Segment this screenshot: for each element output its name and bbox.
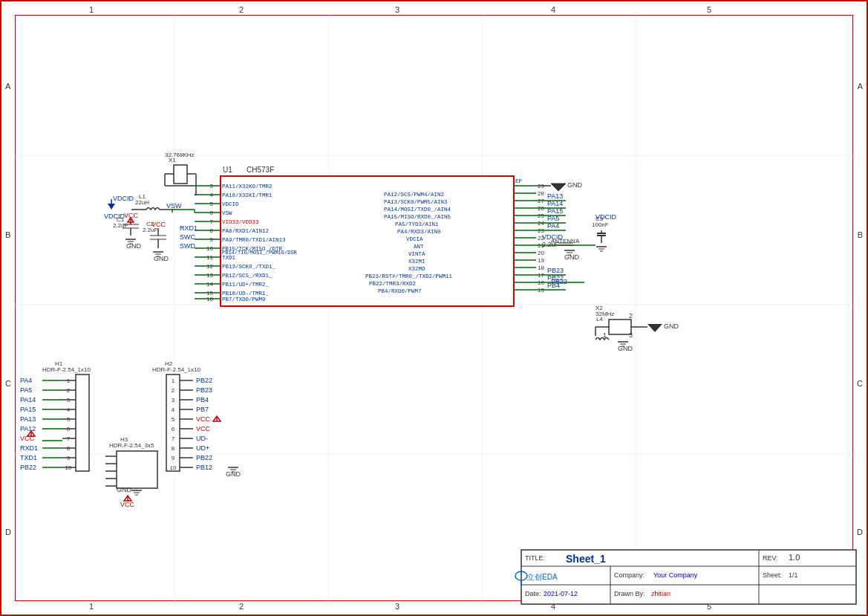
svg-text:1.0: 1.0 bbox=[789, 553, 800, 562]
svg-text:15: 15 bbox=[538, 287, 544, 294]
svg-text:PB10/UD-/TMR1_: PB10/UD-/TMR1_ bbox=[222, 291, 270, 296]
col-label-1b: 1 bbox=[89, 602, 94, 611]
svg-text:VDCID: VDCID bbox=[595, 213, 617, 221]
svg-text:3: 3 bbox=[629, 331, 633, 339]
svg-text:PB22: PB22 bbox=[551, 278, 567, 285]
svg-text:REV:: REV: bbox=[763, 554, 778, 562]
svg-text:C2: C2 bbox=[146, 221, 154, 227]
svg-text:5: 5 bbox=[67, 416, 71, 423]
svg-text:23: 23 bbox=[538, 227, 544, 234]
svg-text:24: 24 bbox=[538, 220, 544, 227]
svg-rect-119 bbox=[174, 165, 187, 184]
svg-text:26: 26 bbox=[538, 205, 544, 212]
svg-marker-305 bbox=[124, 496, 131, 501]
svg-text:PB13/SCK0_/TXD1_: PB13/SCK0_/TXD1_ bbox=[222, 264, 276, 270]
svg-text:X32MO: X32MO bbox=[408, 266, 425, 272]
row-label-dr: D bbox=[857, 528, 863, 536]
col-label-3b: 3 bbox=[395, 602, 399, 611]
svg-text:VDCID: VDCID bbox=[222, 201, 239, 207]
svg-text:L1: L1 bbox=[139, 193, 146, 200]
svg-text:PA4/RXD3/AIN0: PA4/RXD3/AIN0 bbox=[397, 229, 441, 235]
svg-text:11: 11 bbox=[206, 254, 213, 261]
svg-text:2: 2 bbox=[172, 387, 175, 394]
svg-text:22uH: 22uH bbox=[135, 199, 149, 206]
svg-text:Company:: Company: bbox=[614, 571, 645, 579]
svg-text:8: 8 bbox=[67, 445, 71, 452]
svg-text:PA9/TMR0/TXD1/AIN13: PA9/TMR0/TXD1/AIN13 bbox=[222, 237, 286, 243]
svg-text:GND: GND bbox=[154, 255, 169, 262]
svg-text:PB4: PB4 bbox=[547, 282, 560, 289]
svg-text:VCC: VCC bbox=[196, 415, 211, 423]
svg-text:7: 7 bbox=[67, 435, 71, 442]
row-label-br: B bbox=[858, 230, 863, 239]
svg-text:UD+: UD+ bbox=[196, 444, 209, 452]
svg-text:21: 21 bbox=[538, 242, 544, 249]
svg-text:PA13: PA13 bbox=[547, 192, 563, 200]
svg-text:PA4: PA4 bbox=[547, 222, 559, 230]
svg-text:GND: GND bbox=[126, 242, 142, 250]
svg-text:12: 12 bbox=[206, 263, 213, 270]
svg-text:5: 5 bbox=[210, 201, 214, 207]
svg-text:100nF: 100nF bbox=[592, 221, 609, 228]
svg-text:PA14: PA14 bbox=[20, 396, 36, 403]
svg-text:VSW: VSW bbox=[166, 202, 182, 210]
svg-text:GND: GND bbox=[664, 322, 679, 330]
svg-text:TITLE:: TITLE: bbox=[525, 554, 545, 562]
svg-text:X1: X1 bbox=[169, 157, 176, 163]
col-label-2b: 2 bbox=[239, 602, 244, 611]
svg-text:VSW: VSW bbox=[222, 210, 232, 216]
svg-text:Date:: Date: bbox=[525, 590, 541, 597]
svg-text:19: 19 bbox=[538, 257, 544, 264]
border-right bbox=[852, 15, 853, 601]
svg-text:3: 3 bbox=[210, 183, 214, 189]
svg-text:7: 7 bbox=[210, 218, 214, 225]
svg-marker-58 bbox=[551, 184, 566, 191]
svg-marker-251 bbox=[27, 431, 35, 436]
svg-text:27: 27 bbox=[538, 198, 544, 204]
col-label-5: 5 bbox=[707, 5, 711, 14]
svg-text:1: 1 bbox=[67, 377, 71, 384]
svg-text:32.768KHz: 32.768KHz bbox=[165, 152, 195, 158]
svg-text:PA10/X32KI/TMR1: PA10/X32KI/TMR1 bbox=[222, 192, 273, 198]
svg-text:Sheet:: Sheet: bbox=[763, 571, 782, 579]
svg-text:GND: GND bbox=[567, 181, 583, 189]
svg-text:PB12: PB12 bbox=[196, 464, 212, 471]
svg-text:18: 18 bbox=[538, 265, 544, 271]
svg-text:C1: C1 bbox=[117, 216, 125, 223]
svg-text:1/1: 1/1 bbox=[789, 571, 798, 579]
svg-marker-286 bbox=[213, 416, 221, 421]
svg-text:PA13: PA13 bbox=[20, 415, 36, 423]
svg-marker-132 bbox=[108, 204, 115, 210]
svg-text:6: 6 bbox=[210, 210, 214, 216]
svg-text:10: 10 bbox=[65, 464, 72, 471]
svg-text:H3: H3 bbox=[120, 436, 128, 443]
svg-text:2: 2 bbox=[67, 387, 71, 394]
svg-text:9: 9 bbox=[210, 236, 214, 243]
svg-text:PA8/RXD1/AIN12: PA8/RXD1/AIN12 bbox=[222, 228, 269, 234]
svg-text:PB12/SCS_/RXD1_: PB12/SCS_/RXD1_ bbox=[222, 273, 273, 279]
svg-text:PB7: PB7 bbox=[196, 406, 209, 413]
svg-text:PB22: PB22 bbox=[196, 377, 212, 384]
svg-text:9: 9 bbox=[172, 455, 175, 461]
svg-text:SWD: SWD bbox=[180, 242, 195, 250]
schematic-svg: U1 CH573F PA11/X32KO/TMR2 3 PA10/X32KI/T… bbox=[1, 1, 868, 616]
svg-text:PA4: PA4 bbox=[20, 377, 32, 384]
svg-text:EP: EP bbox=[515, 178, 523, 184]
svg-text:1: 1 bbox=[172, 377, 175, 384]
svg-text:2.2uF: 2.2uF bbox=[542, 241, 560, 248]
svg-text:Sheet_1: Sheet_1 bbox=[566, 553, 606, 565]
svg-rect-306 bbox=[521, 550, 856, 604]
svg-text:Drawn By:: Drawn By: bbox=[614, 590, 645, 597]
svg-text:GND: GND bbox=[564, 253, 580, 261]
svg-text:PB11/UD+/TMR2_: PB11/UD+/TMR2_ bbox=[222, 282, 270, 288]
col-label-4b: 4 bbox=[551, 602, 555, 611]
svg-text:PA15: PA15 bbox=[20, 406, 36, 413]
svg-text:1: 1 bbox=[603, 331, 607, 339]
border-bottom bbox=[15, 600, 853, 601]
svg-text:3: 3 bbox=[172, 397, 175, 403]
svg-rect-209 bbox=[76, 375, 89, 471]
svg-text:PB23: PB23 bbox=[196, 386, 212, 394]
svg-text:VIO33/VDD33: VIO33/VDD33 bbox=[222, 219, 259, 225]
svg-text:6: 6 bbox=[172, 426, 175, 432]
svg-text:H2: H2 bbox=[165, 360, 173, 367]
